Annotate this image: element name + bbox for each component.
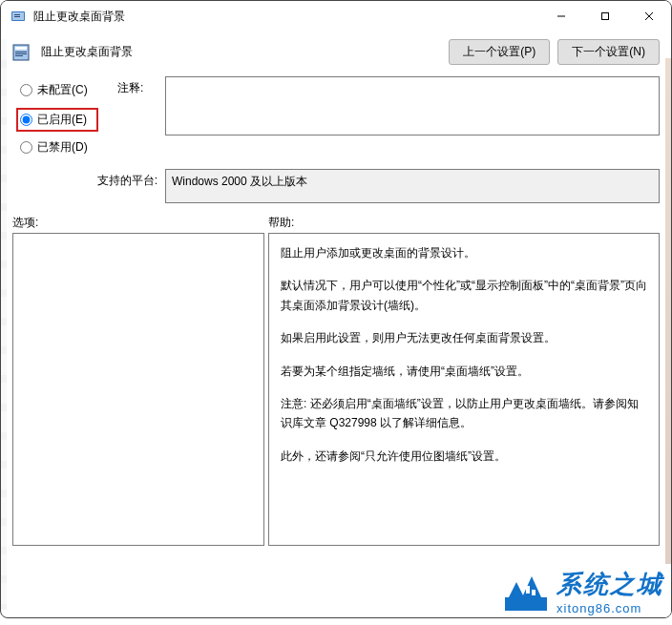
toolbar: 阻止更改桌面背景 上一个设置(P) 下一个设置(N) [1,31,671,76]
app-icon [10,9,26,24]
radio-label: 已禁用(D) [37,139,88,156]
policy-icon [12,44,30,61]
svg-rect-15 [532,590,536,595]
window-title: 阻止更改桌面背景 [33,9,125,25]
help-text: 注意: 还必须启用“桌面墙纸”设置，以防止用户更改桌面墙纸。请参阅知识库文章 Q… [281,394,647,433]
radio-input-disabled[interactable] [20,141,32,154]
svg-rect-10 [15,52,27,52]
svg-rect-5 [602,13,609,20]
radio-label: 已启用(E) [37,112,87,128]
help-text: 此外，还请参阅“只允许使用位图墙纸”设置。 [281,447,647,466]
help-text: 阻止用户添加或更改桌面的背景设计。 [281,243,647,262]
supported-platform-label: 支持的平台: [12,169,165,189]
platform-row: 支持的平台: Windows 2000 及以上版本 [1,165,671,211]
radio-not-configured[interactable]: 未配置(C) [20,82,117,98]
comment-textarea[interactable] [165,76,660,135]
help-text: 若要为某个组指定墙纸，请使用“桌面墙纸”设置。 [281,362,647,381]
radio-disabled[interactable]: 已禁用(D) [20,139,117,156]
svg-rect-9 [15,47,27,50]
svg-rect-2 [14,14,20,15]
help-text: 如果启用此设置，则用户无法更改任何桌面背景设置。 [281,328,647,347]
svg-rect-14 [526,586,530,594]
help-panel: 阻止用户添加或更改桌面的背景设计。 默认情况下，用户可以使用“个性化”或“显示控… [268,233,660,546]
options-label: 选项: [12,215,268,231]
radio-enabled[interactable]: 已启用(E) [16,108,98,132]
section-labels: 选项: 帮助: [1,211,671,233]
radio-label: 未配置(C) [37,82,88,98]
svg-rect-13 [505,597,547,611]
maximize-button[interactable] [583,1,627,31]
radio-input-not-configured[interactable] [20,84,32,96]
close-button[interactable] [627,1,671,31]
comment-label: 注释: [117,76,165,96]
titlebar: 阻止更改桌面背景 [1,1,671,31]
watermark-title: 系统之城 [556,568,663,601]
svg-rect-12 [15,55,23,56]
svg-rect-3 [14,16,20,17]
next-setting-button[interactable]: 下一个设置(N) [557,39,660,65]
policy-name: 阻止更改桌面背景 [41,44,133,60]
radio-input-enabled[interactable] [20,114,32,126]
comment-field-wrap [165,76,660,138]
svg-rect-11 [15,53,27,54]
decorative-strip [665,58,671,593]
help-label: 帮助: [268,215,294,231]
radio-group: 未配置(C) 已启用(E) 已禁用(D) [12,76,117,165]
options-panel [12,233,264,546]
supported-platform-box: Windows 2000 及以上版本 [165,169,660,203]
previous-setting-button[interactable]: 上一个设置(P) [449,39,550,65]
watermark: 系统之城 xitong86.com [495,564,671,617]
watermark-logo-icon [503,571,549,613]
panels: 阻止用户添加或更改桌面的背景设计。 默认情况下，用户可以使用“个性化”或“显示控… [1,233,671,557]
config-row: 未配置(C) 已启用(E) 已禁用(D) 注释: [1,76,671,165]
window-controls [539,1,671,31]
decorative-strip [1,39,7,610]
minimize-button[interactable] [539,1,583,31]
supported-platform-value: Windows 2000 及以上版本 [172,175,307,188]
nav-buttons: 上一个设置(P) 下一个设置(N) [449,39,660,65]
watermark-text: 系统之城 xitong86.com [556,568,663,615]
dialog-window: 阻止更改桌面背景 阻止更改桌面背景 上一个设置(P) 下一个设置(N) 未配置(… [0,0,672,618]
watermark-url: xitong86.com [556,601,663,615]
help-text: 默认情况下，用户可以使用“个性化”或“显示控制面板”中的“桌面背景”页向其桌面添… [281,276,647,315]
